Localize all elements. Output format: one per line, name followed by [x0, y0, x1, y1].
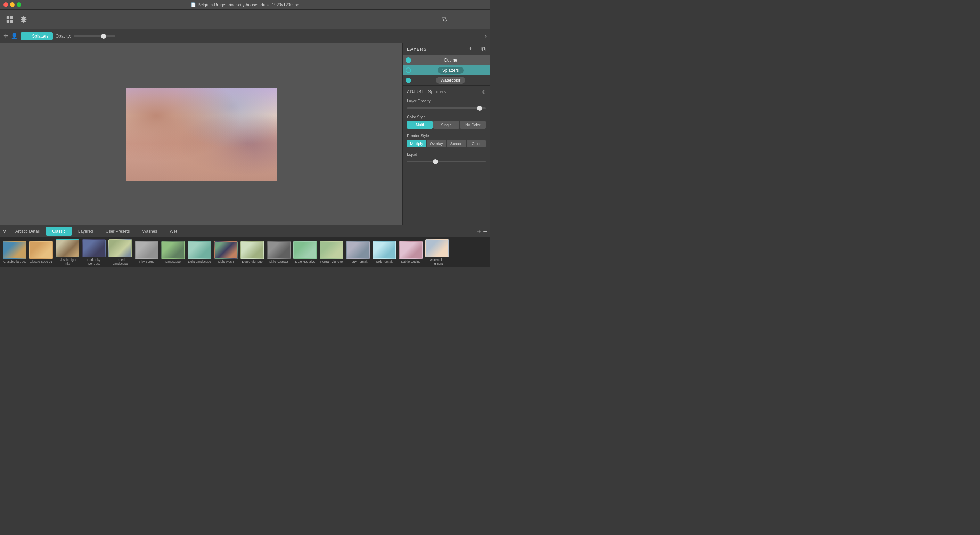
- active-layer-button[interactable]: + + Splatters: [21, 32, 53, 40]
- tab-washes[interactable]: Washes: [136, 227, 163, 236]
- preset-liquid-vignette[interactable]: Liquid Vignette: [240, 241, 265, 264]
- preset-inky-scene[interactable]: Inky Scene: [134, 241, 159, 264]
- crop-tool[interactable]: [439, 14, 450, 25]
- preset-subtle-outline[interactable]: Subtle Outline: [398, 241, 423, 264]
- main-layout: LAYERS + − ⧉ Outline Splatters Watercolo…: [0, 43, 490, 225]
- layer-item-splatters[interactable]: Splatters: [403, 65, 490, 75]
- preset-thumb-11: [267, 241, 291, 259]
- layer-label-splatters: Splatters: [438, 67, 464, 74]
- preset-landscape[interactable]: Landscape: [161, 241, 186, 264]
- render-overlay[interactable]: Overlay: [427, 140, 446, 147]
- preset-portrait-vignette[interactable]: Portrait Vignette: [319, 241, 344, 264]
- preset-little-negative[interactable]: Little Negative: [293, 241, 318, 264]
- liquid-slider[interactable]: [407, 161, 486, 163]
- preset-thumb-7: [161, 241, 185, 259]
- layer-bar: ✛ 👤 + + Splatters Opacity: ›: [0, 29, 490, 43]
- preset-thumb-4: [82, 240, 106, 257]
- remove-layer-button[interactable]: −: [475, 46, 479, 52]
- layer-item-watercolor[interactable]: Watercolor: [403, 75, 490, 86]
- preset-thumb-10: [240, 241, 264, 259]
- preset-classic-abstract[interactable]: Classic Abstract: [2, 241, 27, 264]
- render-color[interactable]: Color: [467, 140, 486, 147]
- preset-name-13: Portrait Vignette: [320, 260, 343, 264]
- adjust-reset-icon[interactable]: ⊗: [482, 89, 486, 94]
- render-multiply[interactable]: Multiply: [407, 140, 426, 147]
- opacity-label: Opacity:: [56, 34, 71, 38]
- preset-watercolor-pigment[interactable]: Watercolor Pigment: [425, 240, 450, 266]
- preset-name-3: Classic Light Inky: [55, 258, 80, 266]
- preset-classic-light-inky[interactable]: Classic Light Inky: [55, 240, 80, 266]
- layer-bar-left: ✛ 👤 + + Splatters Opacity:: [3, 32, 115, 40]
- layer-item-outline[interactable]: Outline: [403, 55, 490, 65]
- preset-name-1: Classic Abstract: [3, 260, 26, 264]
- preset-thumb-8: [188, 241, 211, 259]
- preset-name-7: Landscape: [165, 260, 181, 264]
- preset-faded-landscape[interactable]: Faded Landscape: [108, 240, 133, 266]
- preset-pretty-portrait[interactable]: Pretty Portrait: [345, 241, 371, 264]
- person-icon[interactable]: 👤: [11, 33, 18, 39]
- render-style-group: Multiply Overlay Screen Color: [407, 140, 486, 147]
- preset-thumb-12: [293, 241, 317, 259]
- preset-thumb-13: [320, 241, 344, 259]
- render-style-container: Render Style Multiply Overlay Screen Col…: [407, 134, 486, 147]
- preset-light-wash[interactable]: Light Wash: [213, 241, 239, 264]
- toolbar-left: [4, 14, 29, 25]
- preset-classic-edge-01[interactable]: Classic Edge 01: [29, 241, 54, 264]
- preset-thumb-5: [108, 240, 132, 257]
- layers-tool[interactable]: [18, 14, 29, 25]
- layer-circle-outline: [406, 57, 411, 63]
- render-screen[interactable]: Screen: [447, 140, 466, 147]
- collapse-presets-button[interactable]: ∨: [3, 228, 6, 234]
- tab-user-presets[interactable]: User Presets: [99, 227, 136, 236]
- preset-little-abstract[interactable]: Little Abstract: [266, 241, 291, 264]
- canvas-image: [126, 88, 277, 181]
- preset-strip[interactable]: Classic Abstract Classic Edge 01 Classic…: [0, 237, 490, 267]
- preset-name-16: Subtle Outline: [401, 260, 421, 264]
- opacity-slider[interactable]: [74, 35, 115, 37]
- preset-thumb-9: [214, 241, 238, 259]
- color-style-nocolor[interactable]: No Color: [460, 121, 486, 129]
- add-layer-button[interactable]: +: [468, 46, 472, 52]
- window-controls[interactable]: [3, 2, 21, 7]
- preset-name-17: Watercolor Pigment: [425, 258, 449, 266]
- color-style-multi[interactable]: Multi: [407, 121, 433, 129]
- maximize-button[interactable]: [17, 2, 21, 7]
- watercolor-render: [126, 88, 277, 180]
- add-tab-button[interactable]: +: [477, 228, 481, 235]
- preset-thumb-1: [3, 241, 26, 259]
- layers-header: LAYERS + − ⧉: [403, 43, 490, 55]
- move-icon[interactable]: ✛: [3, 33, 8, 39]
- zoom-in-tool[interactable]: [457, 14, 468, 25]
- preset-name-4: Dark Inky Contrast: [82, 258, 106, 266]
- layer-opacity-slider[interactable]: [407, 107, 486, 109]
- tabs-right-actions: + −: [477, 228, 487, 235]
- layer-label-watercolor: Watercolor: [436, 77, 466, 84]
- render-style-label: Render Style: [407, 134, 486, 138]
- preset-name-15: Soft Portrait: [376, 260, 393, 264]
- canvas-tool[interactable]: [4, 14, 15, 25]
- expand-icon[interactable]: ›: [485, 33, 487, 39]
- color-style-single[interactable]: Single: [433, 121, 459, 129]
- duplicate-layer-button[interactable]: ⧉: [481, 46, 486, 52]
- remove-tab-button[interactable]: −: [483, 228, 487, 235]
- toolbar-center: [439, 14, 490, 25]
- minimize-button[interactable]: [10, 2, 14, 7]
- preset-thumb-14: [346, 241, 370, 259]
- preset-thumb-3: [56, 240, 79, 257]
- preset-dark-inky-contrast[interactable]: Dark Inky Contrast: [81, 240, 107, 266]
- layer-opacity-label: Layer Opacity: [407, 99, 486, 103]
- color-style-label: Color Style: [407, 115, 486, 119]
- preset-soft-portrait[interactable]: Soft Portrait: [372, 241, 397, 264]
- layer-label-outline: Outline: [439, 57, 462, 64]
- tab-layered[interactable]: Layered: [72, 227, 99, 236]
- tab-artistic-detail[interactable]: Artistic Detail: [9, 227, 46, 236]
- rotate-left-tool[interactable]: [476, 14, 487, 25]
- preset-thumb-17: [425, 240, 449, 257]
- tab-classic[interactable]: Classic: [46, 227, 72, 236]
- preset-light-landscape[interactable]: Light Landscape: [187, 241, 212, 264]
- preset-name-10: Liquid Vignette: [242, 260, 262, 264]
- close-button[interactable]: [3, 2, 8, 7]
- layer-circle-watercolor: [406, 78, 411, 83]
- tab-wet[interactable]: Wet: [163, 227, 183, 236]
- layers-actions: + − ⧉: [468, 46, 486, 52]
